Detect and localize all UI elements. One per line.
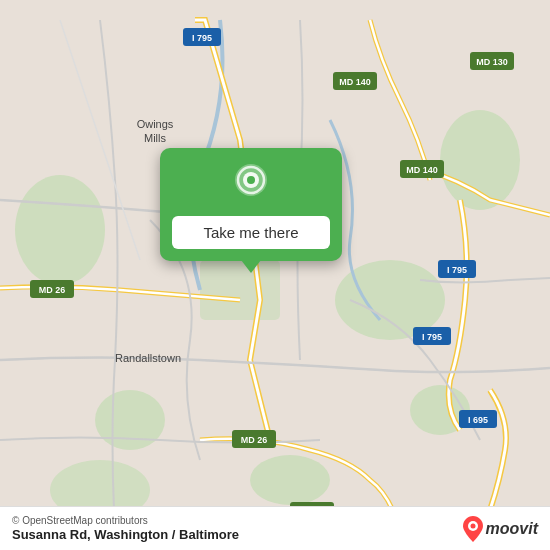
svg-text:Mills: Mills <box>144 132 166 144</box>
bottom-bar: © OpenStreetMap contributors Susanna Rd,… <box>0 506 550 550</box>
popup-card: Take me there <box>160 148 342 261</box>
svg-text:I 795: I 795 <box>192 33 212 43</box>
svg-point-3 <box>15 175 105 285</box>
location-pin-icon <box>229 162 273 206</box>
moovit-logo: moovit <box>463 516 538 542</box>
svg-text:I 795: I 795 <box>447 265 467 275</box>
map-container: I 795 MD 140 MD 130 MD 140 I 795 I 795 I… <box>0 0 550 550</box>
copyright-text: © OpenStreetMap contributors <box>12 515 239 526</box>
svg-point-4 <box>95 390 165 450</box>
svg-text:Owings: Owings <box>137 118 174 130</box>
svg-point-34 <box>247 176 255 184</box>
map-background: I 795 MD 140 MD 130 MD 140 I 795 I 795 I… <box>0 0 550 550</box>
moovit-pin-icon <box>463 516 483 542</box>
svg-rect-8 <box>200 260 280 320</box>
svg-text:MD 26: MD 26 <box>241 435 268 445</box>
svg-text:Randallstown: Randallstown <box>115 352 181 364</box>
svg-text:MD 140: MD 140 <box>339 77 371 87</box>
take-me-there-button[interactable]: Take me there <box>172 216 330 249</box>
svg-text:MD 130: MD 130 <box>476 57 508 67</box>
moovit-brand-text: moovit <box>486 520 538 538</box>
svg-text:I 695: I 695 <box>468 415 488 425</box>
svg-point-37 <box>470 523 475 528</box>
svg-point-6 <box>250 455 330 505</box>
svg-text:MD 140: MD 140 <box>406 165 438 175</box>
svg-text:MD 26: MD 26 <box>39 285 66 295</box>
svg-text:I 795: I 795 <box>422 332 442 342</box>
location-name: Susanna Rd, Washington / Baltimore <box>12 527 239 542</box>
